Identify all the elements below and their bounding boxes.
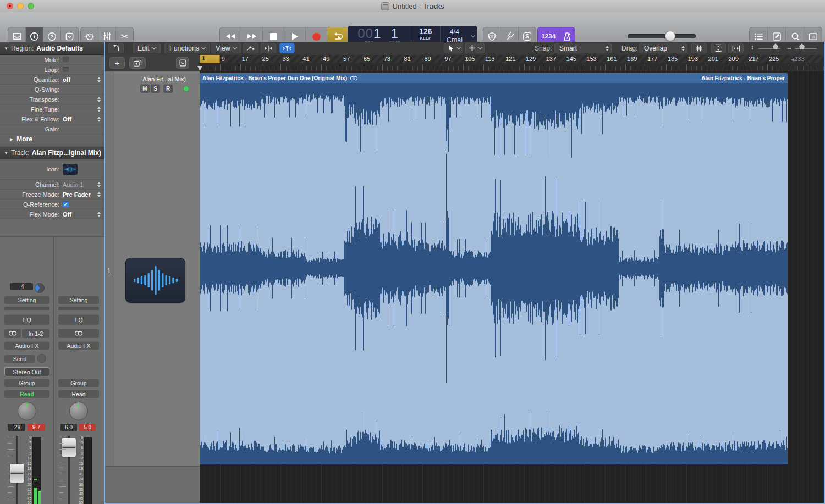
stepper-icon[interactable] xyxy=(97,117,101,122)
vertical-zoom-slider[interactable] xyxy=(758,48,780,49)
input-monitoring-dot[interactable] xyxy=(184,86,189,91)
ruler-tick xyxy=(798,67,798,71)
stepper-icon[interactable] xyxy=(97,182,101,187)
ruler-tick xyxy=(615,67,616,71)
quantize-value[interactable]: off xyxy=(63,76,70,83)
master-volume-slider[interactable] xyxy=(628,34,696,38)
add-track-button[interactable]: + xyxy=(109,57,125,69)
flex-mode-value[interactable]: Off xyxy=(63,211,72,218)
functions-menu[interactable]: Functions xyxy=(164,43,210,53)
catch-playhead-button[interactable] xyxy=(279,43,295,53)
track-list-empty-area[interactable] xyxy=(104,466,200,504)
close-window-button[interactable] xyxy=(7,3,13,9)
volume-slider-thumb[interactable] xyxy=(665,31,675,41)
meter-scale-number: 21 xyxy=(23,473,31,477)
gain-value[interactable]: -4 xyxy=(10,283,33,290)
volume-value[interactable]: 6.0 xyxy=(61,424,77,431)
flex-button[interactable] xyxy=(261,43,276,53)
horizontal-auto-zoom-button[interactable] xyxy=(728,43,744,53)
channel-value[interactable]: Audio 1 xyxy=(63,181,83,188)
group-button[interactable]: Group xyxy=(58,379,99,387)
cycle-region[interactable]: 1 xyxy=(200,55,220,63)
input-format-button[interactable] xyxy=(58,329,99,338)
waveform-zoom-button[interactable] xyxy=(691,43,707,53)
pan-knob[interactable] xyxy=(18,402,36,420)
peak-value[interactable]: 5.0 xyxy=(79,424,96,431)
row-label: Gain: xyxy=(0,126,63,132)
output-button[interactable]: Stereo Out xyxy=(4,367,50,376)
region-inspector-header[interactable]: ▼ Region: Audio Defaults xyxy=(0,42,104,55)
flex-follow-value[interactable]: Off xyxy=(63,116,72,123)
setting-button[interactable]: Setting xyxy=(58,296,99,304)
input-format-button[interactable] xyxy=(4,329,21,338)
input-button[interactable]: In 1-2 xyxy=(22,329,50,338)
ruler-tick xyxy=(261,64,261,71)
pointer-tool-selector[interactable] xyxy=(444,43,463,53)
fit-horizontal-icon xyxy=(732,45,740,52)
horizontal-zoom-thumb[interactable] xyxy=(799,43,805,49)
horizontal-zoom-slider[interactable] xyxy=(795,48,817,49)
eq-button[interactable]: EQ xyxy=(58,314,99,325)
audio-region[interactable]: Alan Fitzpatrick - Brian's Proper Dun On… xyxy=(200,73,788,464)
track-solo-button[interactable]: S xyxy=(151,84,160,93)
zoom-window-button[interactable] xyxy=(28,3,34,9)
audio-fx-button[interactable]: Audio FX xyxy=(58,341,99,350)
volume-value[interactable]: -29 xyxy=(8,424,25,431)
q-reference-checkbox[interactable] xyxy=(63,201,69,207)
send-knob[interactable] xyxy=(37,354,46,363)
loop-checkbox[interactable] xyxy=(63,67,69,73)
minimize-window-button[interactable] xyxy=(17,3,24,9)
stepper-icon[interactable] xyxy=(97,212,101,217)
stepper-icon[interactable] xyxy=(97,192,101,197)
stepper-icon[interactable] xyxy=(97,77,101,82)
meter-scale-number: 3 xyxy=(23,441,31,445)
timeline[interactable]: Alan Fitzpatrick - Brian's Proper Dun On… xyxy=(200,71,825,504)
peak-value[interactable]: 9.7 xyxy=(28,424,45,431)
meter-scale-number: 18 xyxy=(23,467,31,471)
freeze-mode-value[interactable]: Pre Fader xyxy=(63,191,91,198)
back-navigation-button[interactable] xyxy=(108,43,124,53)
gain-knob[interactable] xyxy=(35,283,45,293)
setting-button[interactable]: Setting xyxy=(4,296,50,304)
bar-ruler[interactable]: 1 91725334149576573818997105113121129137… xyxy=(200,55,825,72)
pan-knob[interactable] xyxy=(69,402,88,420)
edit-menu[interactable]: Edit xyxy=(133,43,161,53)
command-tool-selector[interactable] xyxy=(465,43,485,53)
vertical-auto-zoom-button[interactable] xyxy=(711,43,726,53)
document-proxy-icon[interactable] xyxy=(381,2,389,10)
ruler-bar-number: 73 xyxy=(384,56,391,62)
region-waveform[interactable] xyxy=(200,83,788,464)
region-header[interactable]: Alan Fitzpatrick - Brian's Proper Dun On… xyxy=(200,73,788,83)
group-button[interactable]: Group xyxy=(4,379,50,387)
track-icon[interactable] xyxy=(125,258,185,303)
automation-mode-button[interactable]: Read xyxy=(4,390,50,398)
track-mute-button[interactable]: M xyxy=(140,84,150,93)
stepper-icon[interactable] xyxy=(97,107,101,112)
snap-dropdown[interactable]: Smart xyxy=(554,43,612,53)
send-button[interactable]: Send xyxy=(4,355,35,363)
duplicate-track-button[interactable] xyxy=(129,57,146,69)
level-meter xyxy=(32,437,41,504)
audio-fx-button[interactable]: Audio FX xyxy=(4,341,50,350)
fader-tick xyxy=(8,499,14,499)
fader-tick xyxy=(8,456,12,456)
automation-button[interactable] xyxy=(243,43,258,53)
track-record-button[interactable]: R xyxy=(163,84,173,93)
vertical-zoom-thumb[interactable] xyxy=(773,43,778,49)
stepper-icon[interactable] xyxy=(97,97,101,102)
drag-dropdown[interactable]: Overlap xyxy=(639,43,688,53)
automation-mode-button[interactable]: Read xyxy=(58,390,99,398)
eq-button[interactable]: EQ xyxy=(4,314,50,325)
track-icon-button[interactable] xyxy=(63,164,78,175)
view-menu[interactable]: View xyxy=(211,43,241,53)
mute-checkbox[interactable] xyxy=(63,57,69,63)
track-header-config-button[interactable] xyxy=(176,57,189,69)
track-inspector-header[interactable]: ▼ Track: Alan Fitzp...iginal Mix) xyxy=(0,146,104,159)
track-header[interactable]: 1 Alan Fit...al Mix) M S R xyxy=(104,71,200,466)
region-more-row[interactable]: ▶ More xyxy=(0,134,104,145)
ruler-tick xyxy=(686,64,687,71)
ruler-tick xyxy=(717,67,717,71)
plus-icon: + xyxy=(115,58,120,68)
track-name[interactable]: Alan Fit...al Mix) xyxy=(142,76,186,82)
ruler-tick xyxy=(636,67,636,71)
